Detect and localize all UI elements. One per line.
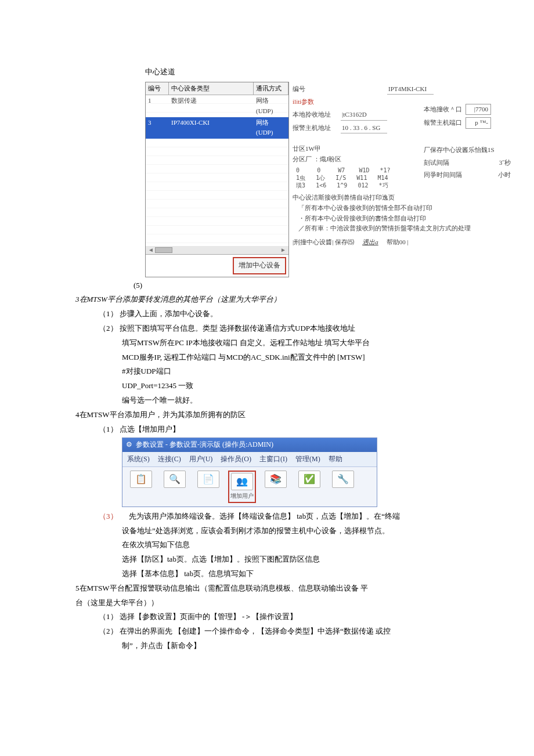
- step5b: 台（这里是大华平台））: [75, 597, 511, 609]
- list-row[interactable]: 1 数据传递 网络 (UDP): [146, 95, 288, 117]
- toolbar: 📋 🔍 📄 👥 增加用户 📚 ✅ 🔧: [122, 467, 377, 507]
- h-scrollbar[interactable]: ◄ ►: [146, 246, 288, 254]
- add-center-device-button[interactable]: 增加中心设备: [233, 257, 286, 274]
- menubar: 系统(S) 连接(C) 用户(U) 操作员(O) 主窗口(I) 管理(M) 帮助: [122, 452, 377, 467]
- step4-3b: 设备地址”处选择浏览，应该会看到刚才添加的报警主机中心设备，选择根节点。: [122, 525, 511, 537]
- value-no: IPT4MKI-CKI: [387, 84, 434, 95]
- step5a: 5在MTSW平台配置报警联动信息输出（需配置信息联动消息模板、信息联动输出设备 …: [75, 583, 511, 595]
- print-opt2[interactable]: ・所有本中心设骨接收到的書情全部自动打印: [293, 214, 511, 224]
- menu-manage[interactable]: 管理(M): [295, 454, 320, 465]
- value-alarm-addr[interactable]: 10 . 33 . 6 . SG: [341, 123, 387, 134]
- label-alarm-addr: 报警主机地址: [293, 123, 336, 133]
- toolbar-item-3[interactable]: 📄: [194, 471, 222, 489]
- step4-1: （1） 点选【增加用户】: [99, 424, 511, 436]
- step3-2b: 填写MTSW所在PC IP本地接收端口 自定义。远程工作站地址 填写大华平台: [122, 337, 511, 349]
- print-opt3[interactable]: ／所有車：中池设普接收到的警情折盤零情走文刖方式的处理: [293, 223, 511, 234]
- value-alarm-port[interactable]: p ™-: [466, 117, 491, 129]
- label-no: 编号: [293, 84, 336, 95]
- cell: IP7400XI-CKI: [169, 117, 254, 139]
- cell: 数据传递: [169, 95, 254, 117]
- label-local-addr: 本地拎收地址: [293, 110, 336, 120]
- list-footer: 增加中心设备: [146, 254, 288, 276]
- step3-title: 3在MTSW平台添加要转发消息的其他平台（这里为大华平台）: [75, 294, 511, 306]
- step3-1: （1） 步骤入上面，添加中心设备。: [99, 308, 511, 320]
- step4-3d: 选择【防区】tab页。点选【增加】。按照下图配置防区信息: [122, 554, 511, 566]
- value-local-addr[interactable]: |tC3162D: [341, 110, 387, 121]
- window-title: 参数设置 - 参数设置-演示版 (操作员:ADMIN): [136, 439, 273, 450]
- menu-user[interactable]: 用户(U): [189, 454, 213, 465]
- print-title: 中心设洁斯接收到兽情自动打印逸页: [293, 193, 511, 203]
- label-alarm-port: 報警主机端口: [424, 118, 462, 128]
- list-body[interactable]: 1 数据传递 网络 (UDP) 3 IP7400XI-CKI 网络 (UDP): [146, 95, 288, 246]
- menu-operator[interactable]: 操作员(O): [221, 454, 251, 465]
- label-local-port: 本地撞收＾口: [424, 104, 462, 115]
- step5-2b: 制”，并点击【新命令】: [122, 640, 511, 652]
- print-opt1[interactable]: 「所有本中心设备接收到的暂情全部不自动打印: [293, 203, 511, 214]
- toolbar-item-6[interactable]: ✅: [295, 471, 323, 489]
- step4-title: 4在MTSW平台添加用户，并为其添加所拥有的防区: [75, 409, 511, 421]
- toolbar-item-5[interactable]: 📚: [262, 471, 290, 489]
- step5-1: （1） 选择【参数设置】页面中的【管理】 -＞【操作设置】: [99, 611, 511, 623]
- toolbar-item-1[interactable]: 📋: [127, 471, 155, 489]
- right-subcolumn: 本地撞收＾口|7700 報警主机端口p ™- 厂保存中心设酱乐怡魏1S 刻试间隔…: [424, 102, 511, 183]
- step4-3c: 在依次填写如下信息: [122, 539, 511, 551]
- figure-center-device: 编号 中心设备类型 通讯方式 1 数据传递 网络 (UDP) 3 IP7400X…: [145, 82, 511, 277]
- step3-2c: MCD服务IP, 远程工作站端口 与MCD的AC_SDK.ini配置文件中的 […: [122, 352, 511, 364]
- cell: 3: [146, 117, 169, 139]
- step4-3e: 选择【基本信息】 tab页。信息填写如下: [122, 568, 511, 580]
- step5-2a: （2） 在弹出的界面先 【创建】一个操作命令，【选择命令类型】中选择“数据传递 …: [99, 625, 511, 638]
- step3-2a: （2） 按照下图填写平台信息。类型 选择数据传递通信方式UDP本地接收地址: [99, 323, 511, 335]
- save-option: 厂保存中心设酱乐怡魏1S: [424, 145, 511, 155]
- scroll-thumb[interactable]: [155, 247, 172, 253]
- menu-mainwin[interactable]: 主窗口(I): [259, 454, 287, 465]
- label-test-interval: 刻试间隔: [424, 158, 449, 168]
- cell: 1: [146, 95, 169, 117]
- col-comm: 通讯方式: [254, 82, 288, 95]
- window-titlebar: ⚙ 参数设置 - 参数设置-演示版 (操作员:ADMIN): [122, 438, 377, 451]
- step3-2d: #对接UDP端口: [122, 366, 511, 378]
- cell: 网络 (UDP): [254, 95, 288, 117]
- toolbar-item-7[interactable]: 🔧: [329, 471, 357, 489]
- scroll-right-icon[interactable]: ►: [280, 245, 286, 255]
- label-sync-interval: 同爭时间间隔: [424, 170, 462, 180]
- menu-connect[interactable]: 连接(C): [158, 454, 181, 465]
- tool-icon: 🔧: [332, 471, 354, 488]
- step4-3a: （3） 先为该用户添加终端设备。选择【终端设备信息】 tab页，点选【增加】。在…: [99, 511, 511, 523]
- list-header: 编号 中心设备类型 通讯方式: [146, 82, 288, 96]
- figure-param-window: ⚙ 参数设置 - 参数设置-演示版 (操作员:ADMIN) 系统(S) 连接(C…: [122, 437, 377, 507]
- value-local-port[interactable]: |7700: [466, 104, 491, 115]
- step-number: （3）: [99, 511, 123, 523]
- step3-2f: 编号选一个唯一就好。: [122, 395, 511, 407]
- value-test-interval: 3˝秒: [499, 158, 511, 168]
- search-icon: 🔍: [164, 471, 186, 488]
- col-type: 中心设备类型: [169, 82, 254, 95]
- section-title: 中心述道: [145, 66, 511, 78]
- step-text: 先为该用户添加终端设备。选择【终端设备信息】 tab页，点选【增加】。在“终端: [129, 511, 400, 523]
- exit-link[interactable]: 遇出a: [362, 237, 378, 248]
- form-footer: |刑撞中心设醬| 保存⑸ 遇出a 帮助00 |: [293, 237, 511, 248]
- value-sync-interval: 小时: [498, 170, 511, 180]
- add-user-label: 增加用户: [230, 491, 254, 501]
- delete-save-button[interactable]: |刑撞中心设醬| 保存⑸: [293, 237, 354, 248]
- list-row-selected[interactable]: 3 IP7400XI-CKI 网络 (UDP): [146, 117, 288, 139]
- page-icon: 📄: [197, 471, 219, 488]
- help-link[interactable]: 帮助00 |: [387, 237, 409, 248]
- col-no: 编号: [146, 82, 169, 95]
- device-form-panel: 编号 IPT4MKI-CKI iliti参数 本地拎收地址 |tC3162D 报…: [293, 82, 511, 277]
- menu-system[interactable]: 系统(S): [127, 454, 150, 465]
- check-icon: ✅: [298, 471, 320, 488]
- device-list-panel: 编号 中心设备类型 通讯方式 1 数据传递 网络 (UDP) 3 IP7400X…: [145, 82, 289, 277]
- app-icon: ⚙: [126, 439, 132, 450]
- cell: 网络 (UDP): [254, 117, 288, 139]
- caption-5: (5): [134, 280, 511, 292]
- step3-2e: UDP_Port=12345 一致: [122, 380, 511, 392]
- list-icon: 📋: [130, 471, 152, 488]
- menu-help[interactable]: 帮助: [329, 454, 342, 465]
- books-icon: 📚: [265, 471, 287, 488]
- toolbar-item-2[interactable]: 🔍: [161, 471, 189, 489]
- toolbar-add-user[interactable]: 👥 增加用户: [228, 471, 256, 503]
- people-icon: 👥: [231, 473, 253, 490]
- scroll-left-icon[interactable]: ◄: [148, 245, 154, 255]
